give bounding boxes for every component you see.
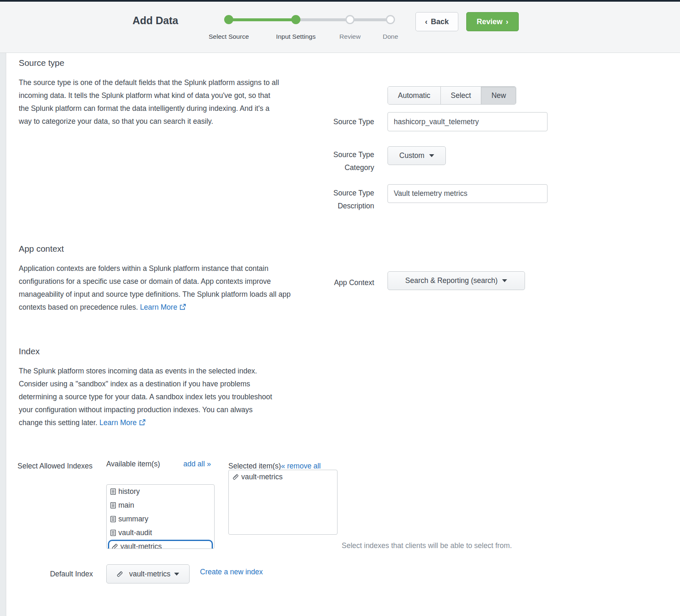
- source-type-category-dropdown[interactable]: Custom: [388, 146, 446, 165]
- create-new-index-link[interactable]: Create a new index: [200, 568, 263, 576]
- index-item-label: vault-metrics: [241, 473, 282, 481]
- app-context-heading: App context: [19, 244, 64, 254]
- app-context-dropdown[interactable]: Search & Reporting (search): [388, 271, 525, 290]
- back-chevron-icon: ‹: [425, 18, 428, 26]
- stepper: Select SourceInput SettingsReviewDone: [206, 13, 404, 51]
- source-type-description-label: Source Type Description: [320, 187, 374, 213]
- app-context-learn-more-link[interactable]: Learn More: [140, 303, 178, 311]
- sourcetype-mode-group: AutomaticSelectNew: [388, 86, 516, 105]
- app-context-description-text: Application contexts are folders within …: [19, 262, 295, 314]
- input-settings-panel: Source type The source type is one of th…: [0, 53, 680, 616]
- step-connector: [229, 18, 296, 21]
- index-item-label: history: [118, 487, 140, 496]
- select-allowed-indexes-label: Select Allowed Indexes: [17, 460, 92, 473]
- step-circle-input-settings: [291, 15, 300, 24]
- available-indexes-list: historymainsummaryvault-auditvault-metri…: [106, 484, 215, 549]
- events-index-icon: [110, 530, 116, 536]
- add-all-link[interactable]: add all »: [183, 460, 211, 468]
- step-connector: [350, 18, 390, 21]
- step-circle-review: [345, 15, 355, 24]
- metrics-index-icon: [232, 474, 239, 480]
- source-type-category-label: Source Type Category: [320, 148, 374, 174]
- events-index-icon: [110, 502, 116, 508]
- source-type-heading: Source type: [19, 58, 64, 68]
- sourcetype-mode-automatic[interactable]: Automatic: [388, 87, 440, 104]
- step-label-select-source: Select Source: [198, 33, 260, 40]
- external-link-icon: [139, 419, 145, 426]
- index-item-label: vault-audit: [118, 528, 152, 537]
- events-index-icon: [110, 488, 116, 495]
- selected-indexes-list: vault-metrics: [228, 470, 338, 535]
- index-item-label: main: [118, 501, 134, 510]
- step-connector: [296, 18, 350, 21]
- step-label-done: Done: [359, 33, 422, 40]
- source-type-input[interactable]: [388, 112, 548, 131]
- step-label-input-settings: Input Settings: [265, 33, 327, 40]
- sourcetype-mode-select[interactable]: Select: [440, 87, 481, 104]
- review-button[interactable]: Review›: [466, 12, 519, 31]
- index-item-vault-audit[interactable]: vault-audit: [107, 526, 214, 540]
- index-learn-more-link[interactable]: Learn More: [100, 418, 137, 427]
- step-circle-select-source: [224, 15, 233, 24]
- index-item-summary[interactable]: summary: [107, 512, 214, 526]
- source-type-field-label: Source Type: [320, 115, 374, 128]
- default-index-dropdown[interactable]: vault-metrics: [106, 564, 190, 583]
- add-data-header: Add Data Select SourceInput SettingsRevi…: [0, 2, 680, 53]
- events-index-icon: [110, 516, 116, 522]
- source-type-description-input[interactable]: [388, 184, 548, 203]
- review-chevron-icon: ›: [506, 18, 508, 26]
- external-link-icon: [180, 304, 186, 310]
- remove-all-link[interactable]: « remove all: [281, 462, 320, 470]
- available-items-header: Available item(s): [106, 458, 177, 471]
- index-description-text: The Splunk platform stores incoming data…: [19, 365, 276, 429]
- left-gutter: [0, 53, 6, 616]
- index-item-main[interactable]: main: [107, 498, 214, 512]
- index-helper-text: Select indexes that clients will be able…: [342, 541, 512, 550]
- index-item-history[interactable]: history: [107, 485, 214, 498]
- sourcetype-mode-new[interactable]: New: [481, 87, 516, 104]
- default-index-label: Default Index: [17, 568, 93, 581]
- metrics-index-icon: [112, 543, 118, 549]
- page-title: Add Data: [132, 15, 178, 27]
- back-button[interactable]: ‹Back: [415, 12, 458, 31]
- source-type-description-text: The source type is one of the default fi…: [19, 76, 279, 128]
- app-context-label: App Context: [320, 276, 374, 289]
- chevron-down-icon: [429, 154, 434, 157]
- step-circle-done: [386, 15, 395, 24]
- index-heading: Index: [19, 346, 40, 356]
- chevron-down-icon: [174, 573, 179, 576]
- index-item-label: vault-metrics: [120, 542, 162, 549]
- chevron-down-icon: [502, 279, 507, 282]
- index-item-label: summary: [118, 515, 148, 523]
- metrics-index-icon: [117, 571, 123, 577]
- index-item-vault-metrics[interactable]: vault-metrics: [108, 540, 213, 549]
- index-item-vault-metrics[interactable]: vault-metrics: [229, 470, 337, 484]
